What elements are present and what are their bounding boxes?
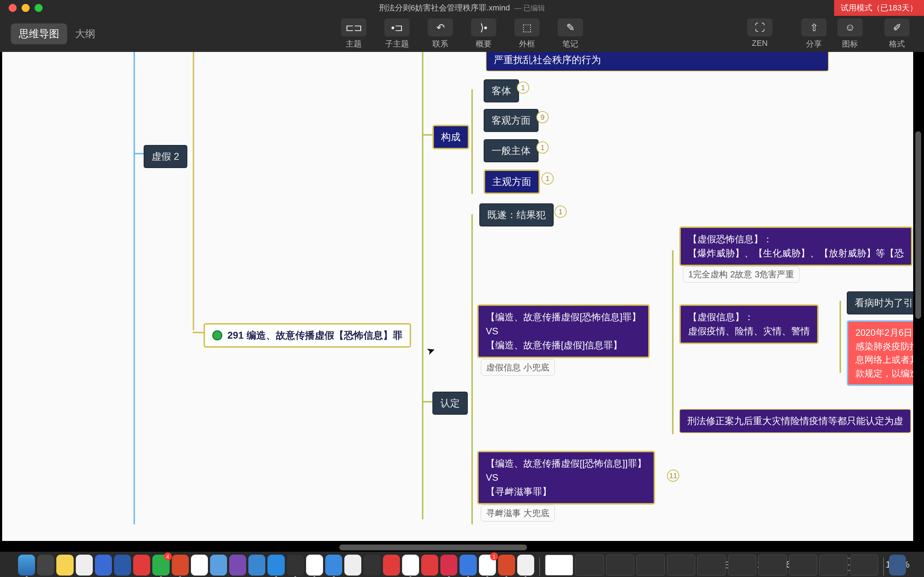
zen-icon: ⛶ <box>747 18 772 36</box>
node-top-banner[interactable]: 严重扰乱社会秩序的行为 <box>486 52 829 71</box>
node-kanbing[interactable]: 看病时为了引起 <box>847 292 913 314</box>
horizontal-scrollbar[interactable] <box>339 545 527 550</box>
dock-app[interactable] <box>114 554 131 575</box>
share-icon: ⇧ <box>801 18 827 36</box>
dock-app[interactable] <box>421 554 438 575</box>
titlebar: 刑法分则6妨害社会管理秩序罪.xmind — 已编辑 试用模式（已183天） <box>0 0 924 16</box>
node-vs1[interactable]: 【编造、故意传播虚假[恐怖信息]罪】 VS 【编造、故意传播[虚假]信息罪】 <box>477 305 650 358</box>
dock-app[interactable] <box>172 554 189 575</box>
node-291-main[interactable]: 291 编造、故意传播虚假【恐怖信息】罪 <box>204 323 411 348</box>
iconset-button[interactable]: ☺图标 <box>834 18 866 49</box>
node-keguan[interactable]: 客观方面 <box>484 109 538 132</box>
subtopic-button[interactable]: •⊐子主题 <box>381 18 413 49</box>
boundary-button[interactable]: ⬚外框 <box>511 18 543 49</box>
edited-indicator: — 已编辑 <box>514 3 545 13</box>
dock-app[interactable] <box>440 554 457 575</box>
minimize-icon[interactable] <box>22 4 30 12</box>
dock-minimized[interactable] <box>606 554 634 575</box>
dock-notion[interactable] <box>306 554 323 575</box>
connector <box>134 52 135 524</box>
trial-mode-badge[interactable]: 试用模式（已183天） <box>834 0 924 16</box>
dock-minimized[interactable] <box>636 554 664 575</box>
child-count[interactable]: 9 <box>536 111 549 123</box>
node-gouzheng[interactable]: 构成 <box>432 125 469 149</box>
fullscreen-icon[interactable] <box>35 4 43 12</box>
vertical-scrollbar[interactable] <box>915 131 921 319</box>
node-rending[interactable]: 认定 <box>432 392 468 415</box>
dock-minimized[interactable] <box>819 554 848 575</box>
close-icon[interactable] <box>9 4 16 12</box>
dock-finder[interactable] <box>18 554 35 575</box>
topic-button[interactable]: ⊏⊐主题 <box>338 18 370 49</box>
tab-mindmap[interactable]: 思维导图 <box>11 23 67 44</box>
relation-button[interactable]: ↶联系 <box>424 18 457 49</box>
dock-app[interactable] <box>383 554 400 575</box>
dock-minimized[interactable] <box>575 554 604 575</box>
node-keti[interactable]: 客体 <box>484 79 519 102</box>
dock-app[interactable] <box>248 554 265 575</box>
dock-launchpad[interactable] <box>37 554 54 575</box>
dock-app[interactable] <box>344 554 361 575</box>
dock-app[interactable] <box>402 554 419 575</box>
tab-outline[interactable]: 大纲 <box>67 23 103 44</box>
dock-app[interactable] <box>363 554 380 575</box>
toolbar-right: ⛶ZEN ⇧分享 <box>743 18 830 49</box>
child-count[interactable]: 1 <box>541 172 554 185</box>
child-count[interactable]: 1 <box>536 141 549 154</box>
dock-app[interactable] <box>517 554 534 575</box>
dock-app[interactable] <box>459 554 477 575</box>
dock-app[interactable] <box>210 554 227 575</box>
dock-notes[interactable] <box>56 554 73 575</box>
dock-minimized[interactable] <box>667 554 695 575</box>
node-zhuguan[interactable]: 主观方面 <box>484 169 540 194</box>
toolbar: 思维导图 大纲 ⊏⊐主题 •⊐子主题 ↶联系 ⟩•概要 ⬚外框 ✎笔记 ⛶ZEN… <box>0 16 924 52</box>
child-count[interactable]: 1 <box>554 206 567 218</box>
dock-minimized[interactable] <box>545 554 573 575</box>
dock-calendar[interactable] <box>76 554 93 575</box>
mindmap-canvas[interactable]: 严重扰乱社会秩序的行为 虚假 2 构成 客体 1 客观方面 9 一般主体 1 主… <box>2 52 913 541</box>
dock-separator <box>539 558 540 575</box>
format-button[interactable]: ✐格式 <box>881 18 913 49</box>
tag-xujia[interactable]: 虚假信息 小兜底 <box>481 359 555 376</box>
node-kongbu-info[interactable]: 【虚假恐怖信息】： 【爆炸威胁】、【生化威胁】、【放射威胁】等【恐 <box>679 226 913 266</box>
dock-minimized[interactable] <box>789 554 817 575</box>
dock-trash[interactable] <box>889 554 906 575</box>
node-xujia2[interactable]: 虚假 2 <box>144 145 187 168</box>
summary-button[interactable]: ⟩•概要 <box>467 18 500 49</box>
tag-kongbu[interactable]: 1完全虚构 2故意 3危害严重 <box>683 266 800 283</box>
dock-minimized[interactable] <box>697 554 725 575</box>
node-yiban[interactable]: 一般主体 <box>484 139 538 162</box>
child-count[interactable]: 11 <box>667 469 679 482</box>
tag-xunxin[interactable]: 寻衅滋事 大兜底 <box>481 505 555 521</box>
dock-app[interactable] <box>95 554 112 575</box>
toolbar-far-right: ☺图标 ✐格式 <box>834 18 913 49</box>
dock-app[interactable] <box>325 554 342 575</box>
dock-minimized[interactable] <box>850 554 878 575</box>
dock-wechat[interactable]: 4 <box>152 554 169 575</box>
dock-terminal[interactable] <box>287 554 304 575</box>
connector <box>193 52 194 330</box>
mouse-cursor-icon: ➤ <box>425 344 437 358</box>
connector <box>422 134 433 135</box>
connector <box>840 301 841 373</box>
zen-button[interactable]: ⛶ZEN <box>743 18 776 49</box>
dock-minimized[interactable] <box>728 554 756 575</box>
dock-app[interactable] <box>267 554 284 575</box>
node-jisui[interactable]: 既遂：结果犯 <box>479 203 554 226</box>
dock-powerpoint[interactable] <box>498 554 515 575</box>
share-button[interactable]: ⇧分享 <box>798 18 830 49</box>
dock-app[interactable]: 1 <box>479 554 496 575</box>
node-redbox[interactable]: 2020年2月6日 感染肺炎疫防控 息网络上或者其 款规定，以编造 <box>847 320 913 386</box>
brush-icon: ✐ <box>884 18 909 36</box>
node-xujia-info[interactable]: 【虚假信息】： 虚假疫情、险情、灾情、警情 <box>679 305 819 344</box>
filename: 刑法分则6妨害社会管理秩序罪.xmind <box>379 3 510 13</box>
dock: 4 1 <box>18 552 906 577</box>
dock-minimized[interactable] <box>758 554 787 575</box>
dock-app[interactable] <box>133 554 150 575</box>
note-button[interactable]: ✎笔记 <box>554 18 586 49</box>
dock-app[interactable] <box>229 554 246 575</box>
child-count[interactable]: 1 <box>517 82 529 94</box>
node-vs2[interactable]: 【编造、故意传播虚假[[恐怖信息]]罪】 VS 【寻衅滋事罪】 <box>477 451 655 504</box>
dock-app[interactable] <box>191 554 208 575</box>
node-xingfa9[interactable]: 刑法修正案九后重大灾情险情疫情等都只能认定为虚 <box>679 409 911 433</box>
